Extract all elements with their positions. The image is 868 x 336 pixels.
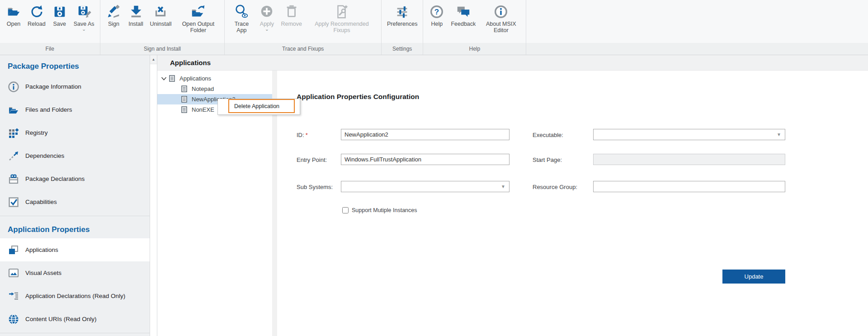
ribbon-button-remove[interactable]: Remove — [278, 2, 304, 28]
dropdown-chevron-icon: ⌄ — [82, 27, 86, 32]
vertical-scrollbar[interactable]: ▲ — [150, 55, 157, 336]
scrollbar-up-arrow-icon[interactable]: ▲ — [150, 55, 157, 64]
combo-chevron-icon: ▼ — [501, 184, 509, 189]
ribbon-button-open[interactable]: Open — [3, 2, 24, 28]
reload-icon — [28, 3, 45, 20]
page-title: Applications — [157, 55, 868, 71]
fixups-document-icon — [334, 3, 350, 20]
update-button[interactable]: Update — [722, 270, 785, 284]
ribbon-group-label-file: File — [0, 43, 100, 55]
ribbon-button-apply[interactable]: Apply ⌄ — [256, 2, 277, 33]
install-arrow-icon — [128, 3, 144, 20]
main-area: Applications Applications Notepad — [157, 55, 868, 336]
dropdown-chevron-icon: ⌄ — [265, 27, 269, 32]
sidebar-heading-application-properties: Application Properties — [0, 218, 150, 238]
start-page-label: Start Page: — [533, 156, 562, 163]
ribbon-button-preferences[interactable]: Preferences — [385, 2, 420, 28]
sidebar-item-registry[interactable]: Registry — [0, 121, 150, 144]
uninstall-x-icon — [152, 3, 169, 20]
ribbon-empty-area — [526, 0, 868, 55]
ribbon-group-label-trace-and-fixups: Trace and Fixups — [225, 43, 381, 55]
start-page-input — [593, 154, 785, 165]
dependency-arrow-icon — [8, 150, 19, 162]
globe-icon — [8, 313, 19, 325]
ribbon-group-help: ? Help Feedback About MSIX Editor Help — [423, 0, 526, 55]
ribbon-group-label-settings: Settings — [382, 43, 423, 55]
form-heading: Application Properties Configuration — [297, 93, 419, 101]
entry-point-label: Entry Point: — [297, 156, 327, 163]
ribbon-group-file: Open Reload Save Save As ⌄ — [0, 0, 100, 55]
sub-systems-select[interactable]: ▼ — [341, 181, 509, 192]
arrow-list-icon — [8, 290, 19, 302]
entry-point-input[interactable] — [341, 154, 509, 165]
sidebar: Package Properties Package Information F… — [0, 55, 150, 336]
app-windows-icon — [8, 244, 19, 256]
ribbon-button-about-msix-editor[interactable]: About MSIX Editor — [479, 2, 523, 35]
combo-chevron-icon: ▼ — [777, 132, 785, 137]
application-properties-form: Application Properties Configuration ID:… — [277, 71, 868, 336]
ribbon-button-apply-recommended-fixups[interactable]: Apply Recommended Fixups — [306, 2, 378, 35]
sidebar-item-visual-assets[interactable]: Visual Assets — [0, 261, 150, 284]
id-label: ID:* — [297, 132, 308, 138]
executable-label: Executable: — [533, 132, 563, 138]
chevron-down-icon[interactable] — [161, 76, 167, 81]
open-output-folder-icon — [190, 3, 206, 20]
sidebar-item-package-information[interactable]: Package Information — [0, 75, 150, 98]
executable-select[interactable]: ▼ — [593, 129, 785, 140]
trace-magnifier-icon — [233, 3, 250, 20]
ribbon-button-uninstall[interactable]: Uninstall — [148, 2, 174, 28]
about-info-icon — [493, 3, 509, 20]
sidebar-divider — [0, 216, 150, 216]
ribbon-group-sign-and-install: Sign Install Uninstall Open Output Folde… — [100, 0, 225, 55]
remove-trash-icon — [283, 3, 300, 20]
ribbon-group-label-sign-and-install: Sign and Install — [100, 43, 225, 55]
support-multiple-instances-field: Support Mutiple Instances — [342, 207, 417, 213]
ribbon-button-feedback[interactable]: Feedback — [448, 2, 478, 28]
required-asterisk: * — [306, 132, 308, 138]
resource-group-label: Resource Group: — [533, 184, 577, 190]
ribbon-button-save[interactable]: Save — [49, 2, 70, 28]
document-icon — [169, 75, 175, 82]
sidebar-item-application-declarations[interactable]: Application Declarations (Read Only) — [0, 284, 150, 308]
tree-node-applications-root[interactable]: Applications — [157, 73, 272, 84]
folder-icon — [8, 104, 19, 116]
sidebar-item-files-and-folders[interactable]: Files and Folders — [0, 98, 150, 121]
apply-plus-icon — [259, 3, 275, 20]
document-icon — [181, 96, 187, 103]
open-folder-icon — [5, 3, 22, 20]
sidebar-item-applications[interactable]: Applications — [0, 238, 150, 261]
ribbon-group-label-help: Help — [423, 43, 526, 55]
sign-pencil-icon — [106, 3, 122, 20]
id-input[interactable] — [341, 129, 509, 140]
ribbon-group-trace-and-fixups: Trace App Apply ⌄ Remove Apply Recommen — [225, 0, 382, 55]
info-circle-icon — [8, 81, 19, 93]
ribbon-button-trace-app[interactable]: Trace App — [228, 2, 255, 35]
support-multiple-instances-label: Support Mutiple Instances — [352, 207, 417, 213]
ribbon-button-save-as[interactable]: Save As ⌄ — [71, 2, 97, 33]
ribbon-button-reload[interactable]: Reload — [25, 2, 48, 28]
ribbon: Open Reload Save Save As ⌄ — [0, 0, 868, 55]
sidebar-item-capabilities[interactable]: Capabilities — [0, 190, 150, 213]
sidebar-item-dependencies[interactable]: Dependencies — [0, 144, 150, 167]
feedback-bubble-icon — [455, 3, 472, 20]
document-icon — [181, 85, 187, 92]
document-icon — [181, 106, 187, 113]
tree-node-notepad[interactable]: Notepad — [157, 84, 272, 94]
ribbon-button-open-output-folder[interactable]: Open Output Folder — [175, 2, 221, 35]
save-as-icon — [76, 3, 92, 20]
help-question-icon: ? — [429, 3, 445, 20]
image-icon — [8, 267, 19, 279]
ribbon-button-install[interactable]: Install — [126, 2, 146, 28]
sidebar-item-content-uris[interactable]: Content URIs (Read Only) — [0, 308, 150, 331]
save-icon — [52, 3, 68, 20]
ribbon-button-help[interactable]: ? Help — [426, 2, 447, 28]
context-menu-item-delete-application[interactable]: Delete Application — [228, 99, 295, 113]
gift-box-icon — [8, 173, 19, 185]
sidebar-item-package-declarations[interactable]: Package Declarations — [0, 167, 150, 190]
context-menu: Delete Application — [217, 99, 300, 115]
sidebar-heading-package-properties: Package Properties — [0, 55, 150, 75]
ribbon-button-sign[interactable]: Sign — [104, 2, 124, 28]
support-multiple-instances-checkbox[interactable] — [342, 207, 349, 213]
ribbon-group-settings: Preferences Settings — [382, 0, 423, 55]
resource-group-input[interactable] — [593, 181, 785, 192]
